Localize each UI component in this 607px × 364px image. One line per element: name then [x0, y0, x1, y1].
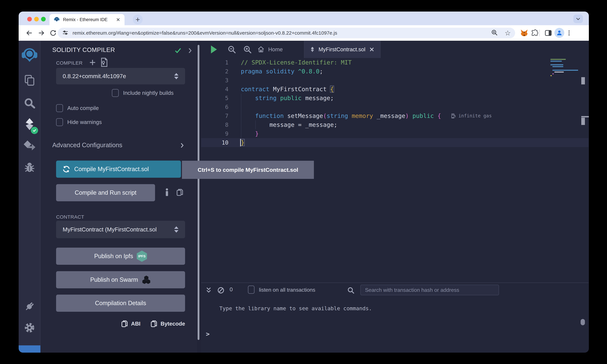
abi-label: ABI	[131, 321, 141, 327]
copy-bytecode-button[interactable]: Bytecode	[150, 320, 185, 328]
code-line[interactable]: 4contract MyFirstContract {	[201, 85, 589, 94]
terminal-search-input[interactable]	[360, 285, 499, 295]
advanced-configurations-label[interactable]: Advanced Configurations	[52, 142, 122, 149]
zoom-window-button[interactable]	[41, 17, 46, 21]
line-number[interactable]: 5	[201, 94, 228, 103]
browser-menu-icon[interactable]	[565, 29, 573, 37]
license-doc-icon[interactable]	[100, 58, 108, 68]
file-explorer-icon[interactable]	[19, 74, 40, 87]
panel-scrollbar[interactable]	[198, 45, 199, 340]
side-panel-icon[interactable]	[544, 29, 552, 37]
indent-guide	[241, 120, 241, 129]
code-line[interactable]: 5 string public message;	[201, 94, 589, 103]
extensions-puzzle-icon[interactable]	[530, 29, 539, 37]
code-line[interactable]: 1// SPDX-License-Identifier: MIT	[201, 58, 589, 67]
minimap-line	[552, 73, 554, 74]
line-number[interactable]: 8	[201, 120, 228, 129]
hide-warnings-checkbox[interactable]	[56, 118, 63, 126]
zoom-page-icon[interactable]	[491, 29, 498, 37]
copy-artifacts-row: ABI Bytecode	[121, 320, 185, 328]
reload-icon[interactable]	[49, 29, 57, 37]
run-script-play-icon[interactable]	[208, 44, 219, 55]
terminal: 0 listen on all transactions Type the li…	[201, 283, 589, 353]
deploy-run-icon[interactable]	[19, 139, 40, 153]
tab-close-icon[interactable]	[369, 47, 375, 52]
compile-run-button[interactable]: Compile and Run script	[56, 184, 155, 201]
select-spinner-icon	[174, 73, 178, 79]
add-compiler-icon[interactable]	[89, 59, 96, 67]
listen-transactions-checkbox[interactable]	[248, 286, 254, 294]
tab-myfirstcontract[interactable]: MyFirstContract.sol	[304, 41, 381, 58]
copy-script-icon[interactable]	[176, 188, 184, 197]
editor-minimap[interactable]	[550, 59, 581, 77]
compilation-details-button[interactable]: Compilation Details	[56, 295, 185, 312]
editor-area: Home MyFirstContract.sol 1// SPDX-Licens…	[201, 41, 589, 353]
swarm-icon	[142, 275, 151, 284]
include-nightly-checkbox[interactable]	[112, 89, 119, 97]
bookmark-star-icon[interactable]: ☆	[505, 29, 511, 37]
code-line[interactable]: 6	[201, 103, 589, 111]
zoom-in-icon[interactable]	[242, 44, 253, 55]
info-icon[interactable]	[163, 188, 171, 198]
clear-console-icon[interactable]	[216, 286, 225, 295]
minimap-slider[interactable]	[581, 118, 585, 125]
line-number[interactable]: 3	[201, 76, 228, 85]
code-line[interactable]: 2pragma solidity ^0.8.0;	[201, 67, 589, 76]
zoom-out-icon[interactable]	[226, 44, 238, 55]
debugger-icon[interactable]	[19, 161, 40, 174]
tab-search-button[interactable]	[573, 14, 583, 23]
copy-abi-button[interactable]: ABI	[121, 320, 141, 328]
line-number[interactable]: 4	[201, 85, 228, 94]
search-icon[interactable]	[19, 96, 40, 110]
minimize-window-button[interactable]	[34, 17, 39, 21]
line-number[interactable]: 7	[201, 111, 228, 120]
include-nightly-row[interactable]: Include nightly builds	[112, 89, 173, 97]
close-window-button[interactable]	[27, 17, 32, 21]
new-tab-button[interactable]: +	[133, 14, 143, 24]
url-text[interactable]: remix.ethereum.org/#lang=en&optimize=fal…	[73, 30, 491, 36]
toolbar-separator	[539, 29, 540, 37]
forward-icon[interactable]	[37, 29, 45, 37]
publish-ipfs-button[interactable]: Publish on Ipfs IPFS	[56, 247, 185, 265]
editor-scrollbar-thumb[interactable]	[581, 77, 585, 84]
code-line[interactable]: 10}	[201, 138, 589, 147]
auto-compile-checkbox[interactable]	[56, 104, 63, 112]
code-line[interactable]: 9 }	[201, 129, 589, 138]
contract-select[interactable]: MyFirstContract (MyFirstContract.sol	[56, 221, 185, 238]
remix-logo-icon[interactable]	[19, 45, 40, 64]
compiler-version-select[interactable]: 0.8.22+commit.4fc1097e	[56, 68, 185, 84]
code-line[interactable]: 7 function setMessage(string memory _mes…	[201, 111, 589, 120]
code-line[interactable]: 3	[201, 76, 589, 85]
plugin-manager-icon[interactable]	[19, 300, 40, 313]
terminal-collapse-icon[interactable]	[204, 286, 213, 295]
solidity-compiler-panel: SOLIDITY COMPILER COMPILER 0.8.22+commit…	[40, 41, 197, 353]
tab-home[interactable]: Home	[257, 41, 283, 58]
indent-guide	[241, 129, 241, 138]
compile-button[interactable]: Compile MyFirstContract.sol	[56, 161, 181, 178]
terminal-scrollbar-thumb[interactable]	[581, 319, 585, 325]
auto-compile-row[interactable]: Auto compile	[56, 104, 99, 112]
hide-warnings-row[interactable]: Hide warnings	[56, 118, 102, 126]
site-settings-icon[interactable]	[62, 29, 69, 37]
tab-close-icon[interactable]: ✕	[116, 17, 120, 23]
icon-sidebar	[19, 41, 40, 353]
profile-avatar[interactable]	[554, 28, 564, 38]
settings-gear-icon[interactable]	[19, 321, 40, 334]
code-line[interactable]: 8 message = _message;	[201, 120, 589, 129]
panel-chevron-icon[interactable]	[187, 48, 193, 54]
url-bar[interactable]: remix.ethereum.org/#lang=en&optimize=fal…	[58, 28, 515, 38]
line-number[interactable]: 1	[201, 58, 228, 67]
publish-swarm-button[interactable]: Publish on Swarm	[56, 271, 185, 288]
editor-scrollbar-mark	[581, 116, 589, 117]
metamask-extension-icon[interactable]	[520, 29, 528, 37]
line-number[interactable]: 10	[201, 138, 228, 147]
line-number[interactable]: 9	[201, 129, 228, 138]
line-number[interactable]: 2	[201, 67, 228, 76]
terminal-prompt[interactable]: >	[206, 330, 210, 338]
browser-tab-remix[interactable]: Remix - Ethereum IDE ✕	[50, 14, 125, 25]
line-number[interactable]: 6	[201, 103, 228, 111]
back-icon[interactable]	[25, 29, 33, 37]
compiled-check-icon	[174, 47, 182, 54]
advanced-chevron-icon[interactable]	[180, 143, 185, 149]
solidity-compiler-icon[interactable]	[19, 116, 40, 132]
